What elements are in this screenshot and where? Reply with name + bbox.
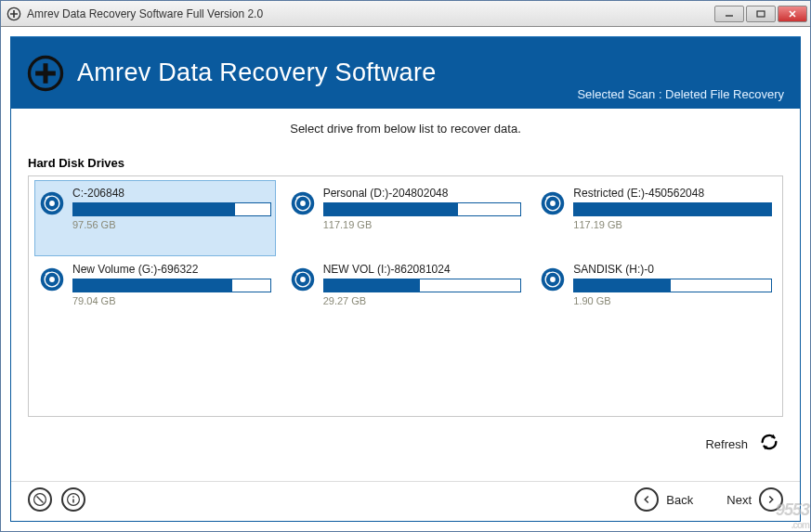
drive-info: Personal (D:)-204802048117.19 GB xyxy=(323,187,522,230)
disc-icon xyxy=(39,190,65,216)
nav-footer-left xyxy=(28,487,85,512)
drive-item[interactable]: NEW VOL (I:)-86208102429.27 GB xyxy=(285,256,527,332)
usage-bar xyxy=(323,202,522,216)
drives-section-label: Hard Disk Drives xyxy=(28,156,800,170)
svg-point-11 xyxy=(550,201,556,206)
usage-bar-fill xyxy=(574,279,671,292)
usage-bar-fill xyxy=(574,203,771,215)
window-controls xyxy=(714,6,807,22)
info-button[interactable] xyxy=(61,487,85,512)
drive-item[interactable]: New Volume (G:)-69632279.04 GB xyxy=(34,256,276,332)
drive-size: 79.04 GB xyxy=(72,295,271,306)
svg-point-23 xyxy=(72,496,74,498)
usage-bar xyxy=(72,202,271,216)
drive-name: SANDISK (H:)-0 xyxy=(573,263,772,276)
usage-bar-fill xyxy=(324,279,421,292)
svg-point-20 xyxy=(550,277,556,282)
refresh-button[interactable] xyxy=(759,432,779,456)
drives-list: C:-20684897.56 GBPersonal (D:)-204802048… xyxy=(28,175,783,417)
refresh-icon xyxy=(759,432,779,452)
close-button[interactable] xyxy=(778,6,807,22)
info-icon xyxy=(67,493,80,506)
drive-info: New Volume (G:)-69632279.04 GB xyxy=(72,263,271,306)
header-title: Amrev Data Recovery Software xyxy=(77,58,437,87)
disc-icon xyxy=(540,190,566,216)
drive-size: 117.19 GB xyxy=(573,219,772,230)
drive-name: C:-206848 xyxy=(72,187,271,200)
stop-icon xyxy=(33,493,46,506)
drive-name: Restricted (E:)-450562048 xyxy=(573,187,772,200)
stop-button[interactable] xyxy=(28,487,52,512)
drive-info: SANDISK (H:)-01.90 GB xyxy=(573,263,772,306)
usage-bar-fill xyxy=(324,203,458,215)
drive-name: New Volume (G:)-696322 xyxy=(72,263,271,276)
app-header: Amrev Data Recovery Software Selected Sc… xyxy=(10,36,801,109)
app-window: Amrev Data Recovery Software Full Versio… xyxy=(0,0,811,532)
maximize-icon xyxy=(756,10,765,18)
close-icon xyxy=(788,10,797,18)
drive-info: C:-20684897.56 GB xyxy=(72,187,271,230)
arrow-left-icon xyxy=(640,493,653,506)
drive-size: 117.19 GB xyxy=(323,219,522,230)
drive-item[interactable]: C:-20684897.56 GB xyxy=(34,180,276,256)
usage-bar xyxy=(573,202,772,216)
drive-size: 97.56 GB xyxy=(72,219,271,230)
drive-name: Personal (D:)-204802048 xyxy=(323,187,522,200)
disc-icon xyxy=(290,190,316,216)
disc-icon xyxy=(290,266,316,292)
drive-name: NEW VOL (I:)-862081024 xyxy=(323,263,522,276)
drive-info: Restricted (E:)-450562048117.19 GB xyxy=(573,187,772,230)
minimize-button[interactable] xyxy=(714,6,744,22)
disc-icon xyxy=(39,266,65,292)
drive-size: 29.27 GB xyxy=(323,295,522,306)
svg-point-17 xyxy=(300,277,306,282)
instruction-text: Select drive from below list to recover … xyxy=(11,122,800,136)
drive-item[interactable]: Restricted (E:)-450562048117.19 GB xyxy=(535,180,777,256)
svg-rect-1 xyxy=(757,11,765,17)
usage-bar xyxy=(323,279,522,292)
nav-footer-right: Back Next xyxy=(634,487,783,512)
nav-footer: Back Next xyxy=(11,481,800,521)
minimize-icon xyxy=(725,10,734,18)
refresh-row: Refresh xyxy=(11,432,779,456)
usage-bar xyxy=(72,279,271,292)
usage-bar-fill xyxy=(73,203,235,215)
header-logo-icon xyxy=(27,55,64,92)
usage-bar xyxy=(573,279,772,292)
svg-point-8 xyxy=(300,201,306,206)
maximize-button[interactable] xyxy=(746,6,776,22)
drive-info: NEW VOL (I:)-86208102429.27 GB xyxy=(323,263,522,306)
app-icon xyxy=(7,6,21,21)
titlebar: Amrev Data Recovery Software Full Versio… xyxy=(1,1,810,27)
titlebar-text: Amrev Data Recovery Software Full Versio… xyxy=(27,7,714,20)
drive-item[interactable]: SANDISK (H:)-01.90 GB xyxy=(535,256,777,332)
svg-point-14 xyxy=(49,277,55,282)
disc-icon xyxy=(540,266,566,292)
back-button[interactable] xyxy=(634,487,659,512)
back-label: Back xyxy=(666,493,693,507)
refresh-label: Refresh xyxy=(705,437,748,451)
svg-point-5 xyxy=(49,201,55,206)
drive-item[interactable]: Personal (D:)-204802048117.19 GB xyxy=(285,180,527,256)
usage-bar-fill xyxy=(73,279,232,292)
next-label: Next xyxy=(726,493,752,507)
selected-scan-label: Selected Scan : Deleted File Recovery xyxy=(577,87,784,101)
next-button[interactable] xyxy=(759,487,783,512)
drive-size: 1.90 GB xyxy=(573,295,772,306)
main-content: Select drive from below list to recover … xyxy=(10,109,801,522)
arrow-right-icon xyxy=(765,493,778,506)
